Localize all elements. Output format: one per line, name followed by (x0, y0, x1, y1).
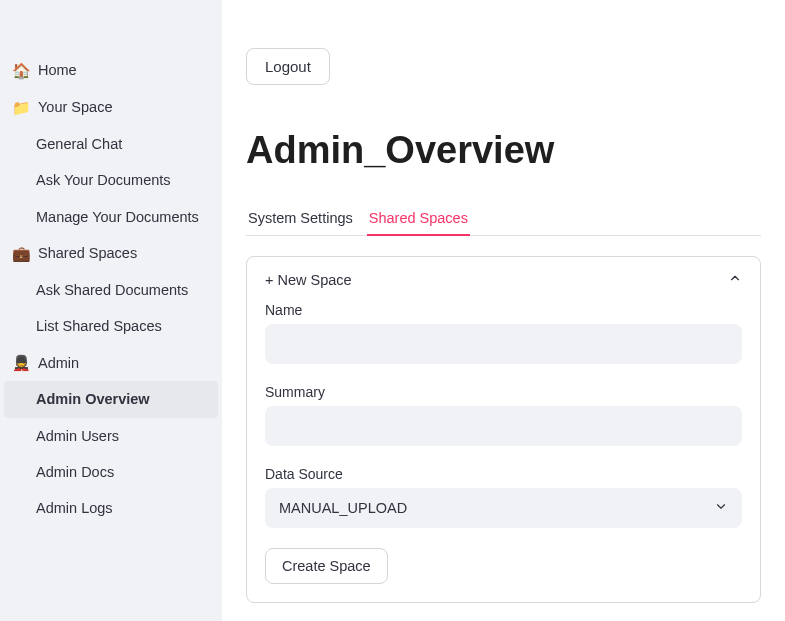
sidebar-item-label: Shared Spaces (38, 243, 137, 263)
sidebar-item-label: List Shared Spaces (36, 316, 162, 336)
sidebar-item-shared-spaces[interactable]: 💼Shared Spaces (0, 235, 222, 272)
tab-system-settings[interactable]: System Settings (246, 202, 355, 236)
data-source-label: Data Source (265, 466, 742, 482)
chevron-up-icon (728, 271, 742, 288)
summary-input[interactable] (265, 406, 742, 446)
sidebar-item-label: Home (38, 60, 77, 80)
page-title: Admin_Overview (246, 129, 761, 172)
sidebar-icon: 💂 (12, 352, 32, 373)
sidebar-item-list-shared-spaces[interactable]: List Shared Spaces (0, 308, 222, 344)
tab-shared-spaces[interactable]: Shared Spaces (367, 202, 470, 236)
sidebar-item-your-space[interactable]: 📁Your Space (0, 89, 222, 126)
sidebar-icon: 📁 (12, 97, 32, 118)
sidebar-item-manage-your-documents[interactable]: Manage Your Documents (0, 199, 222, 235)
summary-label: Summary (265, 384, 742, 400)
sidebar-item-admin-overview[interactable]: Admin Overview (4, 381, 218, 417)
sidebar-item-admin-users[interactable]: Admin Users (0, 418, 222, 454)
sidebar-icon: 💼 (12, 243, 32, 264)
sidebar-item-label: Admin Logs (36, 498, 113, 518)
sidebar-item-label: Admin Users (36, 426, 119, 446)
expander-header[interactable]: + New Space (265, 271, 742, 288)
sidebar-item-general-chat[interactable]: General Chat (0, 126, 222, 162)
sidebar-item-ask-shared-documents[interactable]: Ask Shared Documents (0, 272, 222, 308)
sidebar-item-home[interactable]: 🏠Home (0, 52, 222, 89)
sidebar: 🏠Home📁Your SpaceGeneral ChatAsk Your Doc… (0, 0, 222, 621)
sidebar-icon: 🏠 (12, 60, 32, 81)
name-label: Name (265, 302, 742, 318)
new-space-expander: + New Space Name Summary Data Source MAN… (246, 256, 761, 603)
sidebar-item-label: General Chat (36, 134, 122, 154)
expander-title: + New Space (265, 272, 352, 288)
sidebar-item-admin-docs[interactable]: Admin Docs (0, 454, 222, 490)
logout-button[interactable]: Logout (246, 48, 330, 85)
create-space-button[interactable]: Create Space (265, 548, 388, 584)
sidebar-item-label: Your Space (38, 97, 112, 117)
sidebar-item-ask-your-documents[interactable]: Ask Your Documents (0, 162, 222, 198)
sidebar-item-label: Admin Overview (36, 389, 150, 409)
sidebar-item-label: Admin Docs (36, 462, 114, 482)
tabs: System SettingsShared Spaces (246, 202, 761, 236)
sidebar-item-label: Ask Shared Documents (36, 280, 188, 300)
sidebar-item-label: Ask Your Documents (36, 170, 171, 190)
sidebar-item-admin-logs[interactable]: Admin Logs (0, 490, 222, 526)
sidebar-item-label: Manage Your Documents (36, 207, 199, 227)
name-input[interactable] (265, 324, 742, 364)
main-content: Logout Admin_Overview System SettingsSha… (222, 0, 785, 621)
sidebar-item-label: Admin (38, 353, 79, 373)
sidebar-item-admin[interactable]: 💂Admin (0, 344, 222, 381)
data-source-select[interactable]: MANUAL_UPLOAD (265, 488, 742, 528)
data-source-select-wrap: MANUAL_UPLOAD (265, 488, 742, 528)
